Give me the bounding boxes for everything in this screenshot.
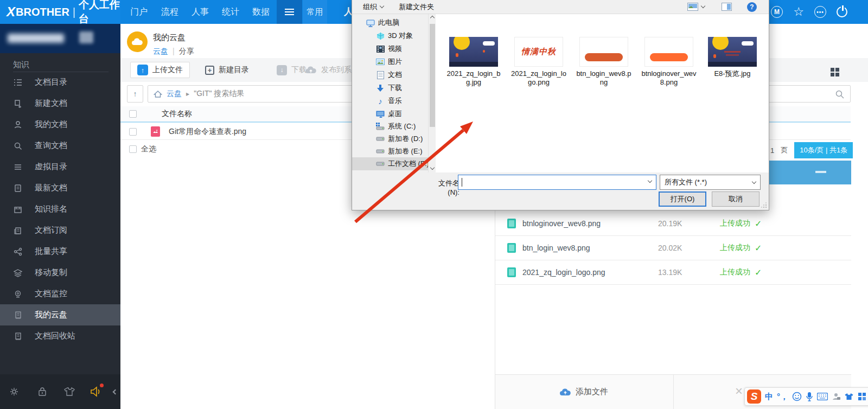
- dialog-file-logo-png[interactable]: 情满中秋 2021_zq_login_logo.png: [509, 37, 569, 87]
- preview-pane-button[interactable]: [722, 3, 732, 11]
- upload-row[interactable]: btnloginover_wev8.png 20.19K 上传成功 ✓: [495, 212, 851, 236]
- sogou-logo-icon[interactable]: S: [747, 389, 761, 404]
- view-toggle-button[interactable]: [831, 68, 839, 76]
- skin-icon[interactable]: [844, 392, 854, 401]
- page-number[interactable]: 1: [770, 146, 774, 155]
- scroll-up-icon[interactable]: [430, 16, 435, 20]
- download-button[interactable]: ↓下载: [277, 62, 307, 78]
- sidebar-item-doc-catalog[interactable]: 文档目录: [0, 72, 120, 93]
- resize-grip[interactable]: [765, 207, 767, 208]
- search-button[interactable]: [835, 90, 845, 101]
- home-icon[interactable]: [154, 90, 162, 98]
- tree-item-desktop[interactable]: 桌面: [352, 107, 428, 120]
- thumbnail-view-button[interactable]: [687, 3, 705, 11]
- more-button[interactable]: •••: [814, 5, 827, 18]
- sidebar-item-new-doc[interactable]: 新建文档: [0, 93, 120, 114]
- sidebar-item-virtual-catalog[interactable]: 虚拟目录: [0, 156, 120, 177]
- text-caret: [462, 178, 462, 187]
- ordered-list-icon: [13, 78, 23, 87]
- new-directory-button[interactable]: +新建目录: [205, 62, 249, 78]
- sidebar-item-recycle-bin[interactable]: 文档回收站: [0, 325, 120, 347]
- tree-item-this-pc[interactable]: 此电脑: [352, 16, 428, 29]
- scroll-down-icon[interactable]: [430, 165, 435, 170]
- news-icon: [13, 226, 23, 235]
- organize-menu[interactable]: 组织: [363, 2, 384, 12]
- publish-button[interactable]: 发布到系统: [305, 62, 359, 78]
- dialog-file-btn-login[interactable]: btn_login_wev8.png: [574, 37, 634, 87]
- sidebar-item-batch-share[interactable]: 批量共享: [0, 241, 120, 262]
- emoji-icon[interactable]: [792, 392, 802, 401]
- tree-item-drive-d[interactable]: 新加卷 (D:): [352, 132, 428, 145]
- add-files-button[interactable]: 添加文件: [559, 387, 608, 397]
- collapse-sidebar-button[interactable]: [110, 385, 120, 399]
- tree-item-documents[interactable]: 文档: [352, 68, 428, 81]
- new-folder-button[interactable]: 新建文件夹: [399, 2, 434, 12]
- chevron-down-icon: [701, 4, 705, 8]
- select-all-control[interactable]: 全选: [129, 144, 156, 154]
- help-button[interactable]: ?: [747, 2, 757, 12]
- breadcrumb-root[interactable]: 云盘: [167, 89, 182, 99]
- sidebar-item-query-docs[interactable]: 查询文档: [0, 135, 120, 156]
- filename-input[interactable]: [458, 175, 656, 190]
- preview-pane-icon: [722, 3, 732, 11]
- nav-hr[interactable]: 人事: [192, 0, 209, 24]
- sidebar-item-latest-docs[interactable]: 最新文档: [0, 177, 120, 199]
- dialog-file-bg-jpg[interactable]: 2021_zq_login_bg.jpg: [444, 37, 503, 87]
- cancel-button[interactable]: 取消: [712, 191, 760, 207]
- open-button[interactable]: 打开(O): [659, 191, 706, 207]
- scrollbar-thumb[interactable]: [430, 24, 435, 127]
- page-size-summary[interactable]: 10条/页 | 共1条: [794, 142, 853, 158]
- drive-tab-link[interactable]: 云盘: [153, 47, 168, 55]
- toolbox-icon[interactable]: [858, 392, 866, 401]
- upload-row[interactable]: btn_login_wev8.png 20.02K 上传成功 ✓: [495, 236, 851, 260]
- account-icon[interactable]: [832, 392, 840, 401]
- sidebar-item-my-cloud-drive[interactable]: 我的云盘: [0, 304, 120, 325]
- tree-item-videos[interactable]: 视频: [352, 42, 428, 55]
- sidebar-item-move-copy[interactable]: 移动复制: [0, 262, 120, 283]
- sidebar-item-doc-monitor[interactable]: 文档监控: [0, 283, 120, 304]
- file-type-filter-select[interactable]: 所有文件 (*.*): [660, 175, 761, 190]
- nav-portal[interactable]: 门户: [130, 0, 148, 24]
- select-all-header-checkbox[interactable]: [129, 110, 137, 118]
- dialog-file-e8-preview[interactable]: E8-预览.jpg: [703, 37, 762, 78]
- voice-input-icon[interactable]: [806, 392, 813, 401]
- nav-workflow[interactable]: 流程: [161, 0, 178, 24]
- nav-stats[interactable]: 统计: [222, 0, 239, 24]
- ime-punctuation-toggle[interactable]: °，: [777, 392, 788, 402]
- up-directory-button[interactable]: ↑: [127, 85, 143, 103]
- theme-button[interactable]: [63, 385, 75, 399]
- m-badge-button[interactable]: M: [770, 5, 783, 18]
- tree-scrollbar[interactable]: [428, 14, 436, 172]
- picture-icon: [376, 57, 385, 66]
- nav-quick-access[interactable]: 常用: [303, 0, 327, 24]
- select-all-checkbox[interactable]: [129, 145, 137, 153]
- drive-links: 云盘|分享: [153, 47, 194, 56]
- tree-item-downloads[interactable]: 下载: [352, 81, 428, 94]
- sidebar-item-doc-subscribe[interactable]: 文档订阅: [0, 220, 120, 241]
- lock-button[interactable]: [37, 385, 47, 399]
- tree-item-pictures[interactable]: 图片: [352, 55, 428, 68]
- logout-button[interactable]: [835, 5, 848, 18]
- row-checkbox[interactable]: [129, 128, 137, 136]
- close-panel-icon[interactable]: ×: [735, 384, 743, 399]
- tree-item-drive-c[interactable]: 系统 (C:): [352, 120, 428, 133]
- ime-lang-toggle[interactable]: 中: [765, 392, 773, 402]
- minimize-icon[interactable]: [815, 171, 826, 173]
- sidebar-item-my-docs[interactable]: 我的文档: [0, 114, 120, 135]
- tree-item-3d-objects[interactable]: 3D 对象: [352, 29, 428, 42]
- sidebar-item-knowledge-rank[interactable]: 知识排名: [0, 199, 120, 220]
- dialog-file-btn-login-over[interactable]: btnloginover_wev8.png: [639, 37, 699, 87]
- keyboard-icon[interactable]: [817, 393, 828, 400]
- settings-button[interactable]: [9, 385, 20, 399]
- announcement-button[interactable]: [90, 385, 103, 399]
- upload-row[interactable]: 2021_zq_login_logo.png 13.19K 上传成功 ✓: [495, 260, 851, 285]
- nav-data[interactable]: 数据: [252, 0, 270, 24]
- share-tab-link[interactable]: 分享: [179, 47, 194, 55]
- hamburger-menu-button[interactable]: [277, 0, 302, 24]
- favorite-button[interactable]: ☆: [792, 5, 805, 18]
- chevron-down-icon[interactable]: [648, 178, 652, 183]
- tree-item-drive-e[interactable]: 新加卷 (E:): [352, 145, 428, 158]
- tree-item-music[interactable]: ♪ 音乐: [352, 94, 428, 107]
- tree-item-drive-f[interactable]: 工作文档 (F:): [352, 157, 428, 170]
- upload-file-button[interactable]: ↑上传文件: [130, 62, 190, 78]
